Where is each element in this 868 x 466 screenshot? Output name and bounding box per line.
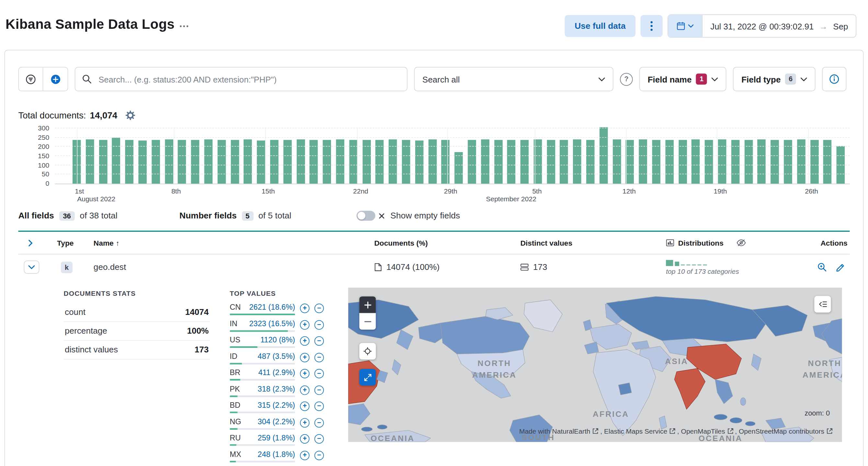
filter-out-value-button[interactable]: − — [314, 385, 324, 395]
expand-all-button[interactable] — [18, 239, 57, 246]
name-header-label: Name — [94, 239, 114, 247]
top-value-main: PK318 (2.3%) — [229, 385, 295, 397]
choropleth-map[interactable]: zoom: 0 Made with NaturalEarth, Elastic … — [348, 288, 842, 442]
filter-for-value-button[interactable]: + — [300, 336, 309, 345]
search-all-select[interactable]: Search all — [414, 67, 613, 91]
top-value-progress-track — [229, 461, 295, 462]
add-field-filter-button[interactable] — [43, 68, 67, 91]
filter-for-value-button[interactable]: + — [300, 320, 309, 329]
top-value-progress-track — [229, 444, 295, 445]
top-value-progress-fill — [229, 428, 237, 429]
filter-for-value-button[interactable]: + — [300, 418, 309, 427]
filter-out-value-button[interactable]: − — [314, 304, 324, 313]
table-row[interactable]: k geo.dest 14074 (100%) 173 top 10 of 17… — [18, 254, 849, 280]
filter-out-value-button[interactable]: − — [314, 451, 324, 460]
top-value-label[interactable]: 315 (2.2%) — [258, 401, 295, 409]
top-value-label[interactable]: 259 (1.8%) — [258, 434, 295, 442]
x-tick-label: 12th — [622, 187, 636, 195]
fields-summary-bar: All fields 36 of 38 total Number fields … — [18, 211, 849, 221]
column-header-documents[interactable]: Documents (%) — [374, 239, 520, 247]
top-value-label[interactable]: 1120 (8%) — [260, 336, 295, 344]
histogram-bar[interactable] — [415, 140, 423, 184]
filter-for-value-button[interactable]: + — [300, 385, 309, 395]
filter-fields-button[interactable] — [19, 68, 43, 91]
crosshair-icon — [363, 347, 372, 356]
top-value-code: US — [229, 336, 240, 344]
field-name-filter-button[interactable]: Field name 1 — [639, 67, 726, 91]
info-button[interactable] — [822, 67, 847, 91]
filter-out-value-button[interactable]: − — [314, 402, 324, 411]
search-input[interactable] — [75, 67, 407, 91]
h-gridline — [55, 155, 849, 156]
top-value-label[interactable]: 304 (2.2%) — [258, 418, 295, 426]
top-value-label[interactable]: 411 (2.9%) — [258, 368, 295, 377]
column-header-name[interactable]: Name↑ — [94, 239, 374, 247]
x-tick-label: 15th — [262, 187, 275, 195]
collapse-row-button[interactable] — [24, 261, 39, 274]
top-value-label[interactable]: 2323 (16.5%) — [249, 320, 295, 328]
attribution-link[interactable]: NaturalEarth — [552, 428, 590, 435]
filter-for-value-button[interactable]: + — [300, 304, 309, 313]
top-value-row: ID487 (3.5%)+− — [229, 352, 328, 364]
filter-out-value-button[interactable]: − — [314, 353, 324, 362]
expand-map-button[interactable] — [359, 369, 376, 386]
x-month-label: August 2022 — [77, 195, 115, 203]
filter-out-value-button[interactable]: − — [314, 369, 324, 378]
info-icon — [830, 74, 839, 84]
date-range-picker: Jul 31, 2022 @ 00:39:02.91 → Sep — [668, 14, 857, 37]
show-empty-fields-toggle[interactable] — [356, 211, 375, 221]
use-full-data-button[interactable]: Use full data — [564, 15, 636, 37]
filter-for-value-button[interactable]: + — [300, 353, 309, 362]
context-menu-icon[interactable] — [180, 25, 189, 27]
histogram-bar[interactable] — [455, 153, 463, 184]
column-header-distinct-values[interactable]: Distinct values — [521, 239, 666, 247]
histogram-bar[interactable] — [257, 140, 265, 184]
attribution-link[interactable]: Elastic Maps Service — [604, 428, 667, 435]
attribution-link[interactable]: OpenMapTiles — [681, 428, 725, 435]
more-options-button[interactable] — [641, 15, 663, 37]
all-fields-total: of 38 total — [80, 211, 117, 221]
help-icon[interactable]: ? — [620, 73, 632, 86]
histogram-bar[interactable] — [138, 140, 147, 184]
top-value-label[interactable]: 2621 (18.6%) — [249, 303, 295, 312]
date-range-end[interactable]: Sep — [833, 21, 848, 31]
histogram-bar[interactable] — [389, 139, 397, 184]
top-value-progress-fill — [229, 362, 242, 364]
filter-for-value-button[interactable]: + — [300, 434, 309, 444]
zoom-out-button[interactable] — [359, 313, 376, 329]
field-name-count-badge: 1 — [696, 73, 707, 85]
zoom-in-button[interactable] — [359, 296, 376, 313]
date-range-start[interactable]: Jul 31, 2022 @ 00:39:02.91 — [710, 21, 814, 31]
histogram-bar[interactable] — [86, 139, 94, 184]
top-values-list: CN2621 (18.6%)+−IN2323 (16.5%)+−US1120 (… — [229, 303, 328, 462]
field-type-label: Field type — [741, 74, 780, 84]
collapse-legend-button[interactable] — [814, 296, 831, 312]
filter-for-value-button[interactable]: + — [300, 451, 309, 460]
hide-distributions-button[interactable] — [736, 239, 746, 246]
top-value-label[interactable]: 318 (2.3%) — [258, 385, 295, 393]
total-documents-row: Total documents: 14,074 — [18, 110, 849, 121]
explore-field-button[interactable] — [817, 262, 827, 272]
filter-out-value-button[interactable]: − — [314, 320, 324, 329]
top-value-label[interactable]: 487 (3.5%) — [258, 352, 295, 361]
filter-for-value-button[interactable]: + — [300, 369, 309, 378]
filter-out-value-button[interactable]: − — [314, 434, 324, 444]
top-value-main: NG304 (2.2%) — [229, 418, 295, 430]
attribution-link[interactable]: OpenStreetMap contributors — [739, 428, 824, 435]
filter-out-value-button[interactable]: − — [314, 418, 324, 427]
filter-for-value-button[interactable]: + — [300, 402, 309, 411]
edit-field-button[interactable] — [836, 262, 845, 272]
filter-out-value-button[interactable]: − — [314, 336, 324, 345]
field-type-filter-button[interactable]: Field type 6 — [733, 67, 815, 91]
histogram-bar[interactable] — [112, 138, 121, 184]
histogram-bar[interactable] — [205, 139, 213, 184]
calendar-button[interactable] — [668, 15, 703, 37]
chevron-down-icon — [801, 77, 807, 81]
gear-icon[interactable] — [126, 111, 135, 120]
set-map-bounds-button[interactable] — [359, 343, 376, 360]
top-value-progress-fill — [229, 346, 257, 348]
field-name-cell[interactable]: geo.dest — [94, 262, 374, 272]
top-value-label[interactable]: 248 (1.8%) — [258, 450, 295, 458]
top-value-code: MX — [229, 450, 241, 458]
column-header-type[interactable]: Type — [57, 239, 94, 247]
